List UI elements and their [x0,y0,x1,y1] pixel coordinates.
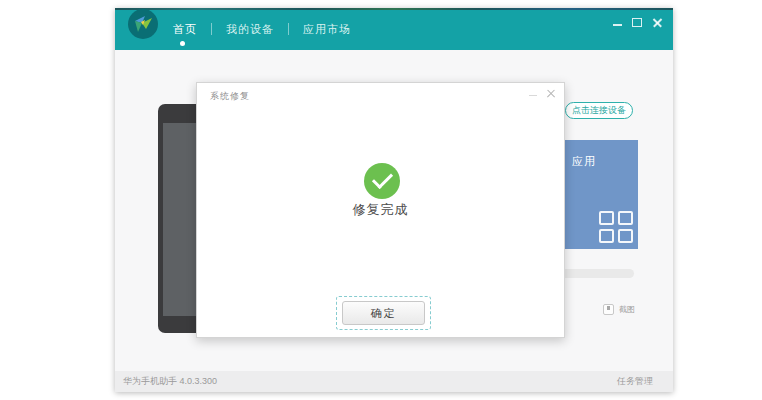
dialog-minimize-icon[interactable] [529,95,537,96]
desktop-background: 首页 我的设备 应用市场 点击连接设备 应用 [0,0,762,400]
app-grid-icon [599,211,633,243]
window-controls [607,14,667,30]
ok-button[interactable]: 确定 [342,301,425,325]
app-logo-icon [128,9,158,39]
storage-legend-label: 截图 [619,304,635,315]
storage-bar [555,269,634,278]
status-bar: 华为手机助手 4.0.3.300 任务管理 [115,371,673,392]
app-version-text: 华为手机助手 4.0.3.300 [123,371,217,392]
nav-item-my-devices[interactable]: 我的设备 [226,22,274,37]
maximize-button[interactable] [627,14,647,30]
storage-legend: 截图 [603,304,635,315]
minimize-button[interactable] [607,14,627,30]
apps-tile[interactable]: 应用 [565,140,638,249]
footer-link[interactable]: 任务管理 [617,371,653,392]
app-window: 首页 我的设备 应用市场 点击连接设备 应用 [115,8,673,392]
title-bar: 首页 我的设备 应用市场 [115,8,673,50]
close-button[interactable] [647,14,667,30]
repair-complete-message: 修复完成 [197,201,564,219]
nav-active-indicator-dot [180,41,185,46]
nav-item-app-market[interactable]: 应用市场 [303,22,351,37]
apps-tile-label: 应用 [572,154,596,169]
screenshot-swatch-icon [603,304,614,315]
main-nav: 首页 我的设备 应用市场 [173,8,351,50]
repair-dialog: 系统修复 修复完成 确定 [196,82,565,338]
nav-separator [211,23,212,35]
connect-device-button[interactable]: 点击连接设备 [565,102,633,119]
minimize-icon [613,24,622,26]
ok-button-focus-ring: 确定 [336,296,431,330]
dialog-title: 系统修复 [210,90,250,103]
close-icon [652,17,663,28]
nav-separator [288,23,289,35]
dialog-close-button[interactable] [544,87,558,101]
maximize-icon [632,18,642,27]
success-check-icon [364,163,400,199]
nav-item-home[interactable]: 首页 [173,22,197,37]
main-content: 点击连接设备 应用 截图 系统修复 修复完成 确定 [115,50,673,371]
